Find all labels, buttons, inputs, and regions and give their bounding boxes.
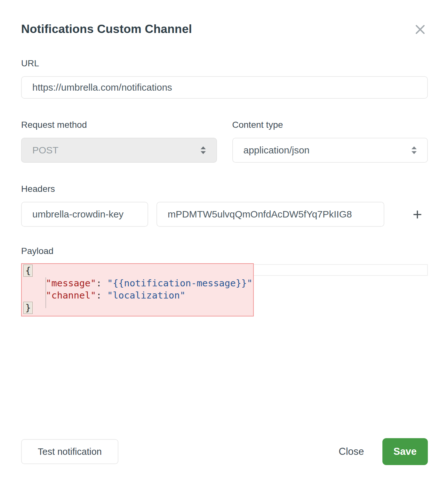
- code-line: "channel": "localization": [23, 289, 253, 302]
- close-footer-button[interactable]: Close: [339, 446, 364, 457]
- header-key-input[interactable]: [21, 202, 148, 227]
- footer-actions: Close Save: [339, 438, 428, 465]
- payload-error-highlight[interactable]: { "message": "{{notification-message}}",…: [21, 263, 254, 316]
- header-row: +: [21, 202, 428, 227]
- request-method-label: Request method: [21, 120, 217, 130]
- headers-group: Headers +: [21, 184, 428, 227]
- method-contenttype-row: Request method POST Content type applica…: [21, 120, 428, 163]
- code-line: {: [23, 265, 253, 277]
- content-type-group: Content type application/json: [232, 120, 428, 163]
- payload-editor[interactable]: { "message": "{{notification-message}}",…: [21, 263, 428, 316]
- close-icon: [414, 32, 427, 37]
- request-method-group: Request method POST: [21, 120, 217, 163]
- select-arrows-icon: [200, 145, 207, 155]
- payload-label: Payload: [21, 246, 428, 256]
- content-type-select[interactable]: application/json: [232, 138, 428, 163]
- request-method-value: POST: [32, 145, 59, 156]
- page-title: Notifications Custom Channel: [21, 22, 192, 36]
- dialog-header: Notifications Custom Channel: [21, 22, 428, 37]
- add-header-button[interactable]: +: [413, 206, 422, 222]
- request-method-select[interactable]: POST: [21, 138, 217, 163]
- url-field-group: URL: [21, 58, 428, 99]
- dialog-footer: Test notification Close Save: [21, 438, 428, 465]
- save-button[interactable]: Save: [382, 438, 428, 465]
- header-value-input[interactable]: [156, 202, 384, 227]
- matching-bracket: }: [23, 302, 33, 314]
- payload-group: Payload { "message": "{{notification-mes…: [21, 246, 428, 316]
- select-arrows-icon: [411, 145, 418, 155]
- content-type-label: Content type: [232, 120, 428, 130]
- content-type-value: application/json: [244, 145, 310, 156]
- close-button[interactable]: [412, 22, 428, 37]
- headers-label: Headers: [21, 184, 428, 194]
- plus-icon: +: [413, 205, 422, 223]
- test-notification-button[interactable]: Test notification: [21, 439, 118, 464]
- code-line: "message": "{{notification-message}}",: [23, 277, 253, 290]
- url-input[interactable]: [21, 76, 428, 99]
- matching-bracket: {: [23, 265, 33, 277]
- notifications-custom-channel-dialog: Notifications Custom Channel URL Request…: [0, 0, 448, 465]
- code-line: }: [23, 302, 253, 314]
- url-label: URL: [21, 58, 428, 69]
- indent-guide: [45, 277, 46, 308]
